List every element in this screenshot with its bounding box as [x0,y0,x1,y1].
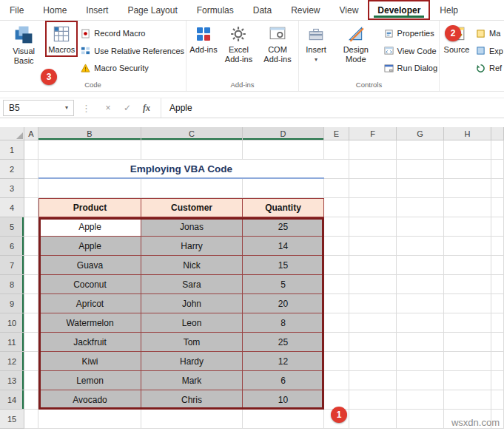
tab-review[interactable]: Review [281,0,329,20]
cell-H7[interactable] [444,256,491,275]
cell-C3[interactable] [141,179,243,198]
cell-D13[interactable]: 6 [243,371,324,390]
row-header-9[interactable]: 9 [0,294,24,313]
view-code-button[interactable]: View Code [384,45,437,57]
cell-x8[interactable] [491,275,504,294]
column-header-partial[interactable] [491,127,504,140]
cell-G7[interactable] [397,256,444,275]
cell-A2[interactable] [24,160,38,179]
cell-H6[interactable] [444,237,491,256]
cell-E10[interactable] [324,313,349,333]
column-header-B[interactable]: B [38,127,141,140]
cell-C14[interactable]: Chris [141,390,243,410]
cell-A6[interactable] [24,237,38,256]
cell-E8[interactable] [324,275,349,294]
cell-x11[interactable] [491,333,504,352]
enter-icon[interactable]: ✓ [118,103,137,113]
cell-D7[interactable]: 15 [243,256,324,275]
cell-G14[interactable] [397,390,444,410]
cell-D10[interactable]: 8 [243,313,324,333]
cell-C7[interactable]: Nick [141,256,243,275]
record-macro-button[interactable]: Record Macro [81,27,184,39]
refresh-data-button[interactable]: Ref [476,62,503,74]
cell-H9[interactable] [444,294,491,313]
cell-x10[interactable] [491,313,504,333]
cell-x3[interactable] [491,179,504,198]
cell-E13[interactable] [324,371,349,390]
use-relative-references-button[interactable]: Use Relative References [81,45,184,57]
cell-D12[interactable]: 12 [243,352,324,371]
cell-H14[interactable] [444,390,491,410]
design-mode-button[interactable]: Design Mode [332,21,380,65]
cell-D6[interactable]: 14 [243,237,324,256]
cell-F4[interactable] [349,198,397,217]
row-header-12[interactable]: 12 [0,352,24,371]
cell-A3[interactable] [24,179,38,198]
row-header-10[interactable]: 10 [0,313,24,333]
cell-D15[interactable] [243,410,324,429]
map-properties-button[interactable]: Ma [476,27,503,39]
cell-H5[interactable] [444,217,491,237]
cell-E7[interactable] [324,256,349,275]
cell-B3[interactable] [38,179,141,198]
cell-F7[interactable] [349,256,397,275]
cell-x5[interactable] [491,217,504,237]
cell-E1[interactable] [324,140,349,160]
cell-F9[interactable] [349,294,397,313]
cell-B10[interactable]: Watermelon [38,313,141,333]
cell-G10[interactable] [397,313,444,333]
cell-C5[interactable]: Jonas [141,217,243,237]
cell-F5[interactable] [349,217,397,237]
cell-A7[interactable] [24,256,38,275]
cell-C12[interactable]: Hardy [141,352,243,371]
cell-A1[interactable] [24,140,38,160]
cell-C4[interactable]: Customer [141,198,243,217]
row-header-6[interactable]: 6 [0,237,24,256]
cell-F8[interactable] [349,275,397,294]
cell-C1[interactable] [141,140,243,160]
cell-B11[interactable]: Jackfruit [38,333,141,352]
cell-E11[interactable] [324,333,349,352]
cell-A15[interactable] [24,410,38,429]
expansion-packs-button[interactable]: Exp [476,45,503,57]
cell-H1[interactable] [444,140,491,160]
cell-E4[interactable] [324,198,349,217]
tab-page-layout[interactable]: Page Layout [118,0,187,20]
name-box[interactable]: B5 ▾ [3,100,74,116]
cell-x14[interactable] [491,390,504,410]
cell-B14[interactable]: Avocado [38,390,141,410]
addins-button[interactable]: Add-ins [188,21,219,56]
cell-D14[interactable]: 10 [243,390,324,410]
cell-H11[interactable] [444,333,491,352]
cell-C10[interactable]: Leon [141,313,243,333]
select-all-corner[interactable] [0,127,24,140]
cell-F15[interactable] [349,410,397,429]
row-header-7[interactable]: 7 [0,256,24,275]
column-header-E[interactable]: E [324,127,349,140]
cell-A14[interactable] [24,390,38,410]
cell-x13[interactable] [491,371,504,390]
cell-G5[interactable] [397,217,444,237]
cell-G8[interactable] [397,275,444,294]
cell-D8[interactable]: 5 [243,275,324,294]
cell-H10[interactable] [444,313,491,333]
com-addins-button[interactable]: COM Add-ins [258,21,297,65]
row-header-15[interactable]: 15 [0,410,24,429]
cell-G1[interactable] [397,140,444,160]
cell-E6[interactable] [324,237,349,256]
row-header-4[interactable]: 4 [0,198,24,217]
cell-C13[interactable]: Mark [141,371,243,390]
cell-x2[interactable] [491,160,504,179]
insert-function-icon[interactable]: fx [137,103,156,114]
cell-B9[interactable]: Apricot [38,294,141,313]
sheet-title-cell[interactable]: Employing VBA Code [38,160,324,179]
cell-G4[interactable] [397,198,444,217]
cell-H8[interactable] [444,275,491,294]
cell-x12[interactable] [491,352,504,371]
cell-A10[interactable] [24,313,38,333]
cell-B6[interactable]: Apple [38,237,141,256]
cell-B15[interactable] [38,410,141,429]
cell-D9[interactable]: 20 [243,294,324,313]
cell-A13[interactable] [24,371,38,390]
row-header-14[interactable]: 14 [0,390,24,410]
